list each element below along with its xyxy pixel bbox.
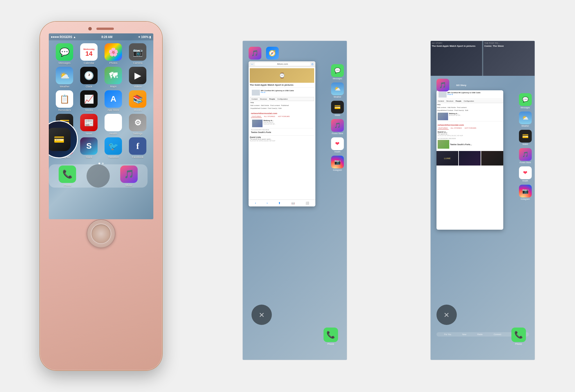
app-weather[interactable]: ⛅ Weather — [53, 67, 76, 88]
health-icon-label-2: Health — [522, 180, 528, 182]
phone-label-switcher-2: Phone — [515, 343, 522, 345]
app-facebook[interactable]: f Facebook — [127, 137, 149, 159]
watch-emoji: ⌚ — [279, 72, 285, 79]
switcher-instagram-icon[interactable]: 📷 — [331, 156, 344, 168]
app-news[interactable]: 📰 News — [78, 114, 100, 135]
clock-icon: 🕐 — [80, 67, 98, 84]
status-bar: ROGERS ▲ 8:28 AM ✦ 100% ▮ — [49, 33, 153, 40]
app-health[interactable]: ❤ Health — [102, 114, 124, 135]
signal-bars — [51, 36, 59, 38]
nav-forward[interactable]: › — [267, 202, 267, 205]
switcher-weather-icon[interactable]: ⛅ — [331, 82, 344, 95]
weather-label: Weather — [60, 85, 69, 88]
switcher-safari-icon[interactable]: 🧭 — [266, 47, 279, 60]
app-reminders[interactable]: 📋 Reminders — [53, 90, 76, 112]
nwt-tabs-2: FEATURED ALL STORIES HOT FORUMS — [438, 127, 502, 130]
iphone-top-bar — [40, 22, 162, 30]
videos-label: Videos — [134, 85, 142, 88]
switcher-messages-wrap-2: 💬 Messages — [519, 93, 532, 109]
nwt-forums-2: HOT FORUMS — [464, 127, 477, 130]
app-slack[interactable]: S Slack — [78, 137, 100, 159]
facebook-label: Facebook — [132, 156, 144, 159]
home-button[interactable] — [87, 219, 116, 248]
product-info-2: MFi Certified 6ft Lightning to USB Cable… — [448, 92, 481, 95]
walking-by: PLAYLIST BY AP... — [263, 123, 276, 125]
switcher-instagram-icon-2[interactable]: 📷 — [519, 185, 532, 197]
switcher-messages-icon-2[interactable]: 💬 — [519, 93, 532, 106]
dock-music[interactable]: 🎵 Music — [120, 166, 138, 187]
switcher-itunes-wrap: 🎵 iTunes Store — [331, 119, 344, 134]
ibooks-label: iBooks — [134, 109, 142, 112]
switcher-itunes-icon[interactable]: 🎵 — [331, 119, 344, 132]
signal-dot — [55, 36, 57, 38]
wallet-large-icon: 💳 — [49, 128, 71, 151]
switcher-wallet-icon-2[interactable]: 💳 — [519, 130, 532, 143]
app-clock[interactable]: 🕐 Clock — [78, 67, 100, 88]
camera-label: Camera — [133, 62, 142, 64]
app-appstore[interactable]: A App Store — [102, 90, 124, 112]
health-icon-label-1: Health — [335, 151, 340, 153]
app-calendar[interactable]: Wednesday 14 Calendar — [78, 43, 100, 64]
nav-structure: Structure — [259, 98, 268, 100]
maps-label: Maps — [110, 85, 116, 88]
switcher-itunes-icon-2[interactable]: 🎵 — [519, 148, 532, 161]
app-stocks[interactable]: 📈 Stocks — [78, 90, 100, 112]
wallet-icon-label: Wallet — [335, 114, 340, 116]
nwt-section-1: networkthermostat.com FEATURED ALL STORI… — [250, 111, 314, 134]
go-story-icon-label: GO Story — [456, 84, 466, 87]
imore-content: ⌚ The Gold Apple Watch Sport in pictures… — [249, 67, 315, 143]
nav-tabs[interactable]: ⬜ — [306, 202, 309, 205]
twelve-south-title: Twelve South's Forte — [251, 131, 313, 133]
app-settings[interactable]: ⚙ Settings — [127, 114, 149, 135]
walking-thumb — [252, 120, 263, 127]
product-thumb-2 — [439, 92, 447, 98]
switcher-health-icon[interactable]: ❤ — [331, 137, 344, 150]
news-icon: 📰 — [80, 114, 98, 131]
cms-actions-2: Unpublished Content Find User(s) Edit — [250, 107, 314, 110]
app-messages[interactable]: 💬 Messages — [53, 43, 76, 64]
close-x-1[interactable]: × — [251, 305, 272, 325]
status-left: ROGERS ▲ — [51, 35, 76, 39]
close-x-2[interactable]: × — [436, 305, 457, 325]
app-tweetbot[interactable]: 🐦 Tweetbot — [102, 137, 124, 159]
lume-img: LUME — [436, 151, 458, 166]
article-title-1: The Gold Apple Watch Sport in pictures — [250, 84, 314, 86]
walking-text: Walking th... Pop hits from p... PLAYLIS… — [263, 120, 276, 127]
switcher-health-icon-2[interactable]: ❤ — [519, 166, 532, 179]
url-bar: iMore.com — [255, 62, 310, 66]
phone-label-switcher: Phone — [327, 343, 334, 345]
app-camera[interactable]: 📷 Camera — [127, 43, 149, 64]
phone-dock-switcher-2: 📞 Phone — [511, 328, 526, 345]
app-switcher-panel-1: 🎵 🧭 💬 Messages ⛅ Weather 💳 Wallet 🎵 iTun… — [242, 41, 347, 360]
messages-icon-label: Messages — [333, 78, 342, 80]
app-maps[interactable]: 🗺 Maps — [102, 67, 124, 88]
switcher-music-icon[interactable]: 🎵 — [249, 47, 261, 60]
nav-share[interactable]: ⬆ — [278, 202, 281, 205]
status-right: ✦ 100% ▮ — [138, 35, 151, 39]
app-photos[interactable]: 🌸 Photos — [102, 43, 124, 64]
switcher-music-icon-2[interactable]: 🎵 — [436, 79, 449, 91]
dock-phone[interactable]: 📞 Phone — [59, 166, 76, 187]
twelve-south-thumb — [438, 140, 449, 149]
nav-back[interactable]: ‹ — [255, 202, 256, 205]
phone-icon-switcher[interactable]: 📞 — [324, 328, 338, 342]
find-user-2: Find User(s) — [454, 109, 464, 111]
switcher-wallet-wrap-2: 💳 Wallet — [519, 130, 532, 145]
switcher-weather-icon-2[interactable]: ⛅ — [519, 112, 532, 124]
switcher-wallet-wrap: 💳 Wallet — [331, 101, 344, 116]
main-card-2: MFi Certified 6ft Lightning to USB Cable… — [436, 90, 503, 230]
twelve-south-title-2: Twelve South's Forte... — [450, 143, 472, 145]
nav-content: Content — [251, 98, 258, 100]
app-videos[interactable]: ▶ Videos — [127, 67, 149, 88]
product-thumb-1 — [252, 90, 260, 96]
article-thumb-gold: ⌚ — [250, 68, 314, 83]
nav-bookmarks[interactable]: 📖 — [291, 202, 295, 205]
phone-dock-icon: 📞 — [59, 166, 76, 183]
guest-list-by-2: PLAYLIST BY APPLE MUSIC HIP-HOP — [438, 135, 502, 136]
product-price-2: Price $ — [448, 93, 481, 95]
close-x-icon-2: × — [444, 310, 449, 320]
phone-icon-switcher-2[interactable]: 📞 — [511, 328, 526, 342]
app-ibooks[interactable]: 📚 iBooks — [127, 90, 149, 112]
switcher-wallet-icon[interactable]: 💳 — [331, 101, 344, 114]
switcher-messages-icon[interactable]: 💬 — [331, 64, 344, 77]
